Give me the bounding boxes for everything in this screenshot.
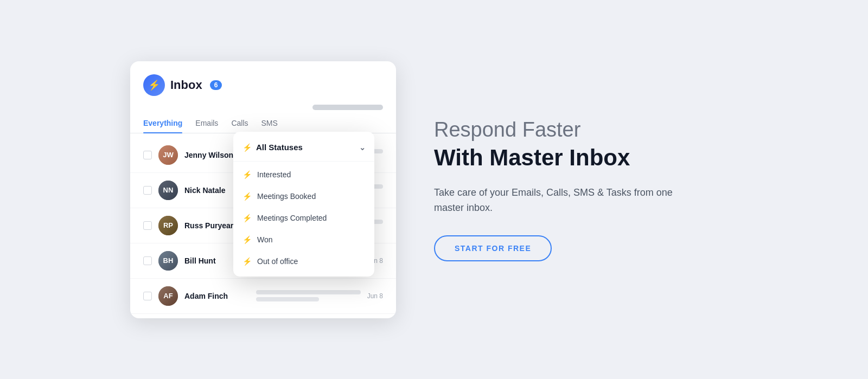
dropdown-item-label-meetings-completed: Meetings Completed [257,214,327,222]
dropdown-header[interactable]: ⚡ All Statuses ⌄ [233,136,374,159]
contact-name-adam: Adam Finch [184,292,250,300]
start-for-free-button[interactable]: START FOR FREE [434,235,552,261]
dropdown-item-label-out-of-office: Out of office [257,257,298,266]
inbox-header: ⚡ Inbox 6 [130,74,396,105]
dropdown-item-label-meetings-booked: Meetings Booked [257,192,316,201]
row-date-adam: Jun 8 [367,292,383,300]
inbox-title: Inbox [170,78,202,92]
out-of-office-bolt-icon: ⚡ [242,256,252,266]
dropdown-item-label-interested: Interested [257,170,291,179]
avatar-russ: RP [158,216,178,235]
dropdown-header-left: ⚡ All Statuses [242,143,303,152]
dropdown-item-won[interactable]: ⚡ Won [233,229,374,250]
dropdown-divider [233,161,374,162]
inbox-filter-bar [130,105,396,114]
dropdown-item-interested[interactable]: ⚡ Interested [233,164,374,185]
row-checkbox-bill[interactable] [143,256,152,265]
table-row[interactable]: AF Adam Finch Jun 8 [130,279,396,314]
status-dropdown[interactable]: ⚡ All Statuses ⌄ ⚡ Interested ⚡ Meetings… [233,132,374,277]
all-statuses-bolt-icon: ⚡ [242,143,252,152]
marketing-description: Take care of your Emails, Calls, SMS & T… [434,185,694,216]
row-checkbox-adam[interactable] [143,292,152,300]
tab-calls[interactable]: Calls [231,114,248,133]
inbox-logo-icon: ⚡ [143,74,165,96]
row-line [256,290,361,294]
row-line-short [256,297,319,301]
interested-bolt-icon: ⚡ [242,170,252,179]
inbox-panel: ⚡ Inbox 6 Everything Emails Calls SMS [130,61,401,318]
inbox-badge: 6 [210,80,222,90]
row-checkbox-russ[interactable] [143,221,152,230]
dropdown-item-meetings-booked[interactable]: ⚡ Meetings Booked [233,185,374,207]
marketing-subtitle: Respond Faster [434,118,738,143]
dropdown-selected-label: All Statuses [256,143,303,152]
won-bolt-icon: ⚡ [242,235,252,245]
inbox-tabs: Everything Emails Calls SMS [130,114,396,133]
page-container: ⚡ Inbox 6 Everything Emails Calls SMS [0,0,868,379]
avatar-nick: NN [158,181,178,200]
filter-placeholder [312,105,383,110]
meetings-booked-bolt-icon: ⚡ [242,191,252,201]
row-checkbox-nick[interactable] [143,186,152,195]
avatar-jenny: JW [158,145,178,165]
avatar-bill: BH [158,251,178,271]
avatar-adam: AF [158,286,178,306]
marketing-panel: Respond Faster With Master Inbox Take ca… [434,118,738,262]
tab-emails[interactable]: Emails [195,114,218,133]
dropdown-item-label-won: Won [257,235,273,244]
tab-everything[interactable]: Everything [143,114,182,133]
row-checkbox-jenny[interactable] [143,151,152,159]
dropdown-item-out-of-office[interactable]: ⚡ Out of office [233,250,374,272]
tab-sms[interactable]: SMS [261,114,278,133]
chevron-down-icon: ⌄ [359,143,366,152]
dropdown-item-meetings-completed[interactable]: ⚡ Meetings Completed [233,207,374,229]
row-content-adam [256,290,361,301]
marketing-title: With Master Inbox [434,144,738,171]
meetings-completed-bolt-icon: ⚡ [242,213,252,223]
